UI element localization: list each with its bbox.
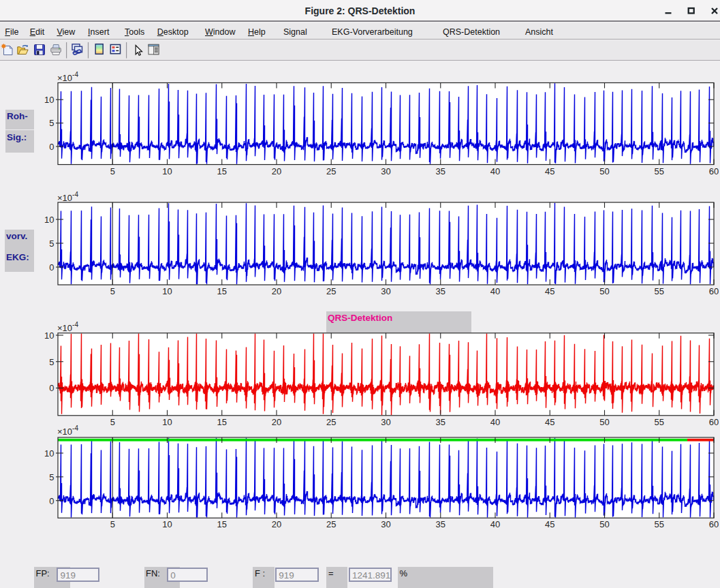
svg-text:×10-4: ×10-4 (57, 71, 78, 83)
svg-text:10: 10 (162, 286, 172, 296)
svg-text:40: 40 (490, 286, 500, 296)
svg-text:5: 5 (110, 166, 115, 176)
svg-text:15: 15 (217, 519, 227, 529)
svg-text:10: 10 (162, 519, 172, 529)
svg-text:0: 0 (49, 383, 54, 393)
svg-text:50: 50 (599, 166, 609, 176)
svg-text:25: 25 (326, 166, 336, 176)
svg-text:10: 10 (162, 417, 172, 427)
svg-text:5: 5 (110, 417, 115, 427)
svg-text:10: 10 (44, 448, 54, 459)
svg-text:30: 30 (381, 166, 390, 176)
svg-text:45: 45 (545, 286, 554, 296)
svg-text:50: 50 (599, 286, 609, 296)
svg-text:35: 35 (436, 286, 445, 296)
svg-text:50: 50 (599, 417, 609, 427)
svg-text:5: 5 (110, 519, 115, 529)
svg-text:25: 25 (326, 286, 336, 296)
svg-text:40: 40 (490, 519, 500, 529)
svg-text:25: 25 (326, 417, 336, 427)
svg-text:20: 20 (272, 286, 281, 296)
svg-text:5: 5 (49, 357, 54, 367)
svg-text:60: 60 (709, 286, 719, 296)
svg-text:35: 35 (436, 166, 445, 176)
svg-text:15: 15 (217, 166, 227, 176)
svg-text:50: 50 (599, 519, 609, 529)
svg-text:40: 40 (490, 166, 500, 176)
svg-text:55: 55 (655, 166, 664, 176)
svg-text:0: 0 (49, 496, 54, 506)
svg-text:5: 5 (110, 286, 115, 296)
svg-text:55: 55 (655, 417, 664, 427)
svg-text:20: 20 (272, 417, 281, 427)
svg-text:5: 5 (49, 118, 54, 128)
svg-text:×10-4: ×10-4 (57, 321, 78, 333)
svg-text:30: 30 (381, 417, 390, 427)
svg-text:60: 60 (709, 519, 719, 529)
svg-text:10: 10 (44, 215, 54, 225)
svg-text:20: 20 (272, 519, 281, 529)
svg-text:×10-4: ×10-4 (57, 424, 78, 437)
svg-text:35: 35 (436, 519, 445, 529)
svg-text:10: 10 (162, 166, 172, 176)
svg-text:15: 15 (217, 417, 227, 427)
svg-text:5: 5 (49, 472, 54, 482)
svg-text:×10-4: ×10-4 (57, 191, 78, 203)
svg-text:5: 5 (49, 238, 54, 249)
svg-text:60: 60 (709, 166, 719, 176)
svg-text:40: 40 (490, 417, 500, 427)
svg-text:0: 0 (49, 262, 54, 273)
svg-text:20: 20 (272, 166, 281, 176)
svg-text:10: 10 (44, 95, 54, 105)
svg-text:30: 30 (381, 519, 390, 529)
svg-text:45: 45 (545, 166, 554, 176)
svg-text:55: 55 (655, 519, 664, 529)
svg-text:55: 55 (655, 286, 664, 296)
svg-text:35: 35 (436, 417, 445, 427)
svg-text:0: 0 (49, 142, 54, 152)
svg-text:45: 45 (545, 417, 554, 427)
svg-text:60: 60 (709, 417, 719, 427)
svg-text:10: 10 (44, 330, 54, 341)
svg-text:30: 30 (381, 286, 390, 296)
svg-text:45: 45 (545, 519, 554, 529)
svg-text:25: 25 (326, 519, 336, 529)
svg-text:15: 15 (217, 286, 227, 296)
